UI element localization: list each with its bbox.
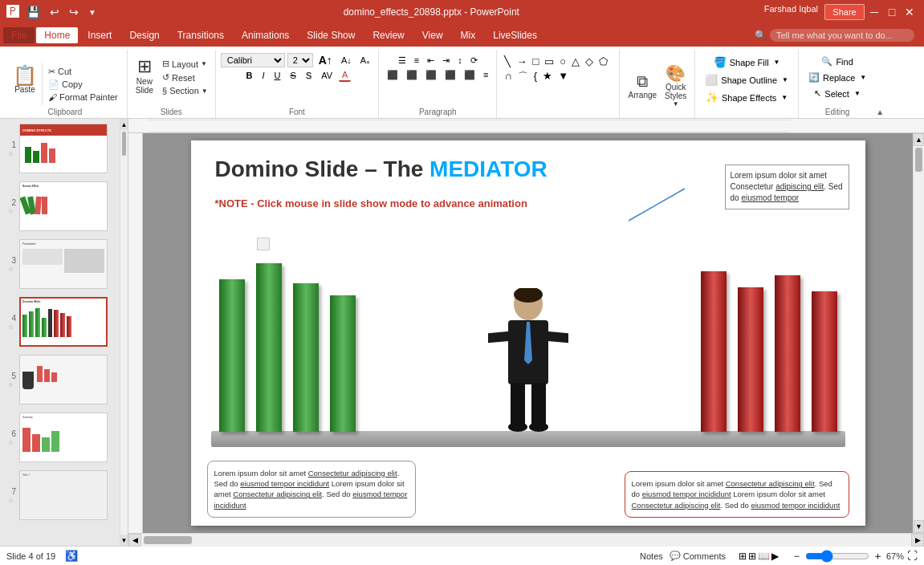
notes-button[interactable]: Notes	[640, 551, 663, 561]
scroll-thumb[interactable]	[915, 148, 922, 172]
menu-home[interactable]: Home	[36, 27, 78, 43]
align-right-button[interactable]: ⬛	[422, 69, 440, 81]
clear-format-button[interactable]: Aₓ	[357, 55, 373, 67]
slide-panel-scrollable[interactable]: 1 ☆ DOMINO EFFECTS	[3, 122, 124, 543]
find-button[interactable]: 🔍 Find	[816, 55, 857, 68]
slide-thumbnail-4[interactable]: Domino Slide	[19, 297, 108, 347]
shadow-button[interactable]: S	[303, 70, 315, 81]
slideshow-view-button[interactable]: ▶	[771, 551, 779, 562]
scroll-left-button[interactable]: ◀	[128, 534, 141, 547]
h-scroll-thumb[interactable]	[144, 536, 192, 544]
shape-oval-icon[interactable]: ○	[557, 55, 568, 68]
share-button[interactable]: Share	[824, 4, 865, 20]
shape-rect-icon[interactable]: □	[530, 55, 541, 68]
format-painter-button[interactable]: 🖌 Format Painter	[46, 91, 120, 103]
menu-review[interactable]: Review	[364, 27, 412, 43]
shape-effects-button[interactable]: ✨ Shape Effects ▼	[701, 90, 792, 105]
comments-button[interactable]: 💬 Comments	[670, 551, 726, 561]
text-direction-button[interactable]: ↕	[454, 55, 466, 67]
menu-view[interactable]: View	[414, 27, 451, 43]
slide-canvas[interactable]: Domino Slide – The MEDIATOR Lorem ipsum …	[191, 140, 865, 526]
align-left-button[interactable]: ⬛	[384, 69, 401, 81]
shape-curve-icon[interactable]: ∩	[502, 69, 514, 85]
scroll-track[interactable]	[914, 146, 924, 520]
menu-slideshow[interactable]: Slide Show	[299, 27, 363, 43]
shape-star-icon[interactable]: ★	[540, 69, 555, 85]
normal-view-button[interactable]: ⊞	[739, 551, 747, 562]
shape-more-icon[interactable]: ▼	[556, 69, 571, 85]
increase-indent-button[interactable]: ⇥	[439, 55, 453, 67]
menu-file[interactable]: File	[3, 27, 35, 43]
slide-sorter-button[interactable]: ⊞	[748, 551, 756, 562]
redo-icon[interactable]: ↪	[67, 6, 81, 18]
shape-line-icon[interactable]: ╲	[502, 55, 513, 68]
tell-me-input[interactable]: Tell me what you want to do...	[770, 29, 914, 42]
justify-button[interactable]: ⬛	[442, 69, 459, 81]
menu-animations[interactable]: Animations	[234, 27, 297, 43]
zoom-out-button[interactable]: －	[792, 549, 802, 563]
ribbon-collapse-icon[interactable]: ▲	[876, 108, 884, 116]
shape-arrow-icon[interactable]: →	[514, 55, 529, 68]
vertical-scrollbar[interactable]: ▲ ▼	[913, 133, 924, 533]
slide-thumb-3[interactable]: 3 ☆ Presentation	[3, 238, 124, 291]
menu-transitions[interactable]: Transitions	[169, 27, 232, 43]
slide-thumb-4[interactable]: 4 ☆ Domino Slide	[3, 295, 124, 348]
bold-button[interactable]: B	[242, 70, 255, 81]
copy-button[interactable]: 📄 Copy	[46, 79, 120, 91]
replace-button[interactable]: 🔄 Replace ▼	[804, 71, 871, 84]
slide-thumbnail-6[interactable]: Summary	[19, 413, 108, 462]
slide-thumbnail-2[interactable]: Domino Effect	[19, 181, 108, 231]
reading-view-button[interactable]: 📖	[758, 551, 770, 562]
spacing-button[interactable]: AV	[318, 70, 336, 81]
shape-outline-button[interactable]: ⬜ Shape Outline ▼	[700, 72, 793, 87]
align-center-button[interactable]: ⬛	[403, 69, 421, 81]
shape-triangle-icon[interactable]: △	[569, 55, 582, 68]
menu-mix[interactable]: Mix	[453, 27, 484, 43]
new-slide-button[interactable]: ⊞ New Slide	[132, 55, 157, 96]
menu-design[interactable]: Design	[121, 27, 167, 43]
font-size-select[interactable]: 24	[287, 53, 313, 67]
scroll-up-button[interactable]: ▲	[914, 133, 924, 146]
font-name-select[interactable]: Calibri	[221, 53, 285, 67]
shape-fill-button[interactable]: 🪣 Shape Fill ▼	[709, 55, 785, 70]
select-button[interactable]: ↖ Select ▼	[809, 87, 865, 100]
slide-canvas-wrapper[interactable]: Domino Slide – The MEDIATOR Lorem ipsum …	[143, 133, 913, 533]
shape-rounded-rect-icon[interactable]: ▭	[542, 55, 556, 68]
strikethrough-button[interactable]: S	[287, 70, 299, 81]
quick-styles-button[interactable]: 🎨 Quick Styles ▼	[661, 62, 690, 109]
layout-button[interactable]: ⊟ Layout ▼	[160, 58, 210, 70]
minimize-button[interactable]: ─	[866, 4, 882, 20]
section-button[interactable]: § Section ▼	[160, 85, 210, 96]
zoom-in-button[interactable]: ＋	[873, 549, 883, 563]
bullet-list-button[interactable]: ☰	[395, 55, 409, 67]
column-button[interactable]: ⬛	[461, 69, 478, 81]
scroll-right-button[interactable]: ▶	[911, 534, 924, 547]
paste-button[interactable]: 📋 Paste	[8, 63, 43, 106]
slide-thumbnail-3[interactable]: Presentation	[19, 239, 108, 289]
horizontal-scrollbar[interactable]: ◀ ▶	[128, 533, 924, 546]
shape-diamond-icon[interactable]: ◇	[583, 55, 596, 68]
slide-thumb-6[interactable]: 6 ☆ Summary	[3, 411, 124, 464]
arrange-button[interactable]: ⧉ Arrange	[625, 71, 660, 101]
panel-scrollbar[interactable]: ▲ ▼	[120, 119, 128, 546]
slide-thumb-5[interactable]: 5 ☆	[3, 353, 124, 406]
shape-pentagon-icon[interactable]: ⬠	[596, 55, 610, 68]
slide-thumbnail-5[interactable]	[19, 355, 108, 404]
numbered-list-button[interactable]: ≡	[411, 55, 422, 67]
slide-thumb-2[interactable]: 2 ☆ Domino Effect	[3, 180, 124, 233]
shape-connector-icon[interactable]: ⌒	[515, 69, 531, 85]
slide-thumb-7[interactable]: 7 ☆ Slide 7	[3, 469, 124, 522]
menu-liveslides[interactable]: LiveSlides	[485, 27, 545, 43]
save-icon[interactable]: 💾	[24, 6, 43, 18]
grow-font-button[interactable]: A↑	[315, 53, 336, 67]
cut-button[interactable]: ✂ Cut	[46, 66, 120, 78]
shape-brace-icon[interactable]: {	[531, 69, 539, 85]
menu-insert[interactable]: Insert	[79, 27, 120, 43]
underline-button[interactable]: U	[271, 70, 283, 81]
slide-thumbnail-7[interactable]: Slide 7	[19, 470, 108, 520]
customize-icon[interactable]: ▼	[86, 8, 99, 17]
italic-button[interactable]: I	[258, 70, 267, 81]
decrease-indent-button[interactable]: ⇤	[424, 55, 438, 67]
undo-icon[interactable]: ↩	[47, 6, 62, 18]
font-color-button[interactable]: A	[339, 69, 351, 82]
